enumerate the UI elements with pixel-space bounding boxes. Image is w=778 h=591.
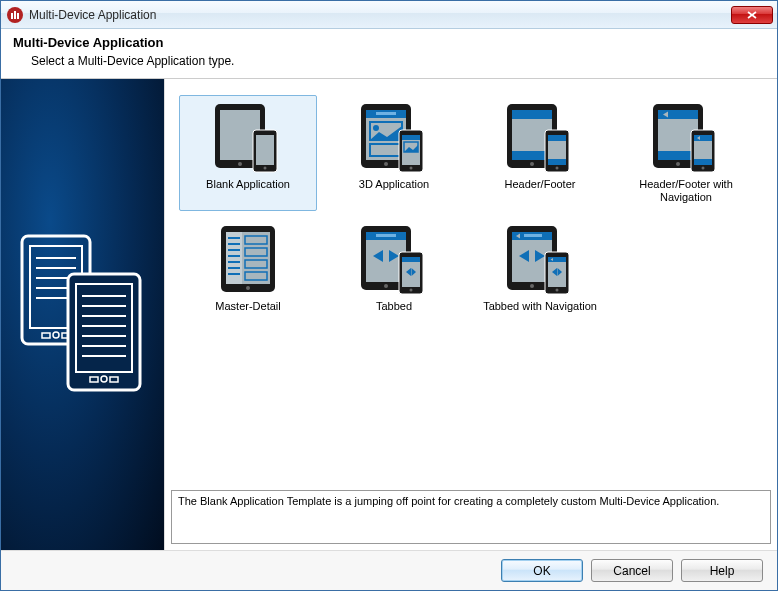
svg-rect-1 [14, 11, 16, 19]
description-box: The Blank Application Template is a jump… [171, 490, 771, 544]
template-grid: Blank Application [165, 79, 777, 490]
svg-point-55 [556, 167, 559, 170]
svg-point-32 [264, 167, 267, 170]
template-blank-application[interactable]: Blank Application [179, 95, 317, 211]
dialog-window: Multi-Device Application Multi-Device Ap… [0, 0, 778, 591]
svg-rect-86 [376, 234, 396, 237]
cancel-button[interactable]: Cancel [591, 559, 673, 582]
svg-rect-64 [694, 135, 712, 141]
svg-point-13 [53, 332, 59, 338]
template-label: 3D Application [359, 178, 429, 191]
svg-point-40 [384, 162, 388, 166]
main-panel: Blank Application [164, 79, 777, 550]
template-tabbed-nav[interactable]: Tabbed with Navigation [471, 217, 609, 333]
template-3d-application[interactable]: 3D Application [325, 95, 463, 211]
dialog-header: Multi-Device Application Select a Multi-… [1, 29, 777, 79]
help-button[interactable]: Help [681, 559, 763, 582]
template-header-footer-nav[interactable]: Header/Footer with Navigation [617, 95, 755, 211]
svg-rect-54 [548, 159, 566, 165]
tabbed-nav-icon [495, 224, 585, 296]
svg-point-29 [238, 162, 242, 166]
svg-rect-70 [226, 232, 242, 284]
svg-point-45 [410, 167, 413, 170]
dialog-body: Blank Application [1, 79, 777, 550]
header-footer-nav-icon [641, 102, 731, 174]
3d-application-icon [349, 102, 439, 174]
template-label: Header/Footer with Navigation [622, 178, 750, 204]
svg-point-82 [246, 286, 250, 290]
svg-point-110 [556, 289, 559, 292]
page-title: Multi-Device Application [13, 35, 765, 50]
svg-rect-0 [11, 13, 13, 19]
svg-rect-12 [42, 333, 50, 338]
svg-point-38 [373, 125, 379, 131]
template-label: Tabbed [376, 300, 412, 313]
svg-point-61 [676, 162, 680, 166]
svg-rect-66 [694, 159, 712, 165]
page-subtitle: Select a Multi-Device Application type. [31, 54, 765, 68]
svg-rect-36 [376, 112, 396, 115]
svg-point-50 [530, 162, 534, 166]
master-detail-icon [203, 224, 293, 296]
window-title: Multi-Device Application [29, 8, 725, 22]
svg-point-103 [530, 284, 534, 288]
template-master-detail[interactable]: Master-Detail [179, 217, 317, 333]
svg-rect-53 [548, 135, 566, 141]
side-illustration [1, 79, 164, 550]
tabbed-icon [349, 224, 439, 296]
blank-application-icon [203, 102, 293, 174]
template-tabbed[interactable]: Tabbed [325, 217, 463, 333]
devices-illustration-icon [18, 230, 148, 400]
template-label: Header/Footer [505, 178, 576, 191]
template-label: Master-Detail [215, 300, 280, 313]
svg-rect-48 [512, 110, 552, 119]
svg-rect-43 [402, 135, 420, 140]
close-button[interactable] [731, 6, 773, 24]
svg-rect-100 [524, 234, 542, 237]
svg-rect-92 [402, 257, 420, 262]
svg-point-89 [384, 284, 388, 288]
svg-rect-31 [256, 135, 274, 165]
svg-point-95 [410, 289, 413, 292]
button-bar: OK Cancel Help [1, 550, 777, 590]
ok-button[interactable]: OK [501, 559, 583, 582]
template-label: Blank Application [206, 178, 290, 191]
app-icon [7, 7, 23, 23]
template-label: Tabbed with Navigation [483, 300, 597, 313]
template-header-footer[interactable]: Header/Footer [471, 95, 609, 211]
svg-rect-2 [17, 13, 19, 19]
header-footer-icon [495, 102, 585, 174]
titlebar: Multi-Device Application [1, 1, 777, 29]
close-icon [747, 11, 757, 19]
svg-point-67 [702, 167, 705, 170]
